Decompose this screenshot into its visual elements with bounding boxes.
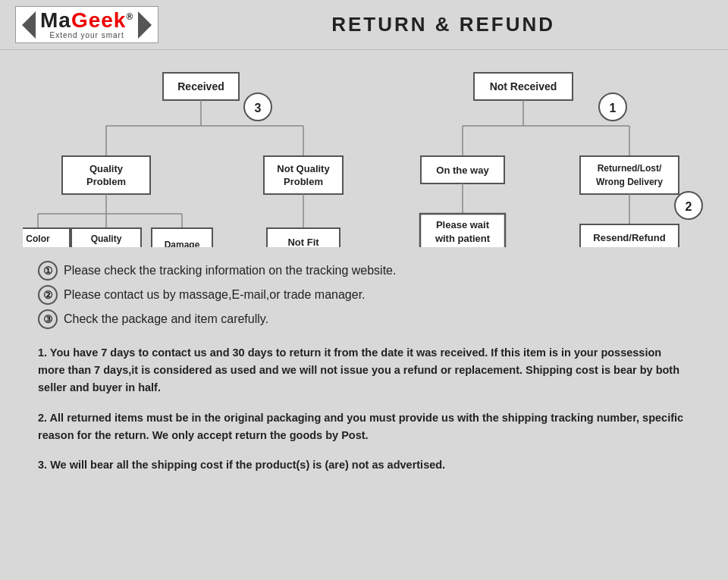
logo-brand-part1: Ma bbox=[40, 8, 71, 32]
svg-text:3: 3 bbox=[255, 102, 262, 114]
policy-number-3: 3. bbox=[38, 459, 50, 471]
svg-text:Damage: Damage bbox=[165, 240, 200, 247]
svg-text:Problem: Problem bbox=[284, 176, 323, 187]
svg-rect-12 bbox=[264, 156, 343, 194]
policy-item-1: 1. You have 7 days to contact us and 30 … bbox=[38, 344, 690, 397]
inst-text-2: Please contact us by massage,E-mail,or t… bbox=[64, 286, 366, 304]
svg-rect-41 bbox=[580, 156, 679, 194]
svg-text:Please wait: Please wait bbox=[436, 219, 490, 230]
flowchart-container: Received 3 Quality Problem Not Quality P… bbox=[23, 65, 705, 247]
policy-text-3: We will bear all the shipping cost if th… bbox=[50, 459, 445, 471]
svg-text:Defect: Defect bbox=[93, 246, 121, 247]
instructions-section: ① Please check the tracking information … bbox=[38, 261, 705, 329]
policy-number-2: 2. bbox=[38, 412, 50, 424]
logo-reg: ® bbox=[126, 11, 133, 22]
inst-text-3: Check the package and item carefully. bbox=[64, 310, 268, 328]
logo-left-arrow bbox=[22, 11, 36, 39]
svg-text:On the way: On the way bbox=[436, 165, 489, 176]
logo-brand: MaGeek® bbox=[40, 10, 133, 31]
inst-circle-1: ① bbox=[38, 261, 58, 281]
instruction-1: ① Please check the tracking information … bbox=[38, 261, 705, 281]
svg-text:Problem: Problem bbox=[86, 176, 126, 187]
logo-text-area: MaGeek® Extend your smart bbox=[40, 10, 133, 39]
policy-section: 1. You have 7 days to contact us and 30 … bbox=[38, 344, 690, 474]
main-content: Received 3 Quality Problem Not Quality P… bbox=[0, 50, 728, 501]
page-title: RETURN & REFUND bbox=[174, 13, 713, 36]
header: MaGeek® Extend your smart RETURN & REFUN… bbox=[0, 0, 728, 50]
svg-text:difference: difference bbox=[23, 246, 60, 247]
svg-text:with patient: with patient bbox=[435, 233, 491, 244]
svg-text:1: 1 bbox=[610, 102, 617, 114]
policy-item-3: 3. We will bear all the shipping cost if… bbox=[38, 456, 690, 474]
svg-text:Wrong Delivery: Wrong Delivery bbox=[596, 177, 663, 187]
svg-text:Not Fit: Not Fit bbox=[287, 237, 319, 247]
policy-text-2: All returned items must be in the origin… bbox=[38, 412, 683, 441]
instruction-3: ③ Check the package and item carefully. bbox=[38, 309, 705, 329]
svg-text:Resend/Refund: Resend/Refund bbox=[593, 232, 665, 243]
logo-right-arrow bbox=[138, 11, 152, 39]
inst-text-1: Please check the tracking information on… bbox=[64, 262, 396, 280]
instruction-2: ② Please contact us by massage,E-mail,or… bbox=[38, 285, 705, 305]
svg-rect-9 bbox=[62, 156, 150, 194]
svg-text:2: 2 bbox=[686, 200, 692, 213]
svg-text:Not Quality: Not Quality bbox=[277, 163, 330, 174]
svg-text:Received: Received bbox=[177, 80, 224, 92]
svg-text:Not  Received: Not Received bbox=[490, 80, 557, 92]
logo-brand-part2: Geek bbox=[71, 8, 127, 32]
logo-subtitle: Extend your smart bbox=[50, 31, 124, 39]
svg-text:Color: Color bbox=[26, 234, 50, 244]
svg-text:Quality: Quality bbox=[89, 163, 124, 174]
svg-text:Quality: Quality bbox=[91, 234, 122, 244]
inst-circle-2: ② bbox=[38, 285, 58, 305]
logo: MaGeek® Extend your smart bbox=[15, 6, 158, 43]
flowchart-svg: Received 3 Quality Problem Not Quality P… bbox=[23, 65, 705, 247]
policy-number-1: 1. bbox=[38, 346, 50, 359]
inst-circle-3: ③ bbox=[38, 309, 58, 329]
policy-item-2: 2. All returned items must be in the ori… bbox=[38, 409, 690, 444]
policy-text-1: You have 7 days to contact us and 30 day… bbox=[38, 346, 679, 393]
svg-text:Returned/Lost/: Returned/Lost/ bbox=[598, 163, 662, 174]
